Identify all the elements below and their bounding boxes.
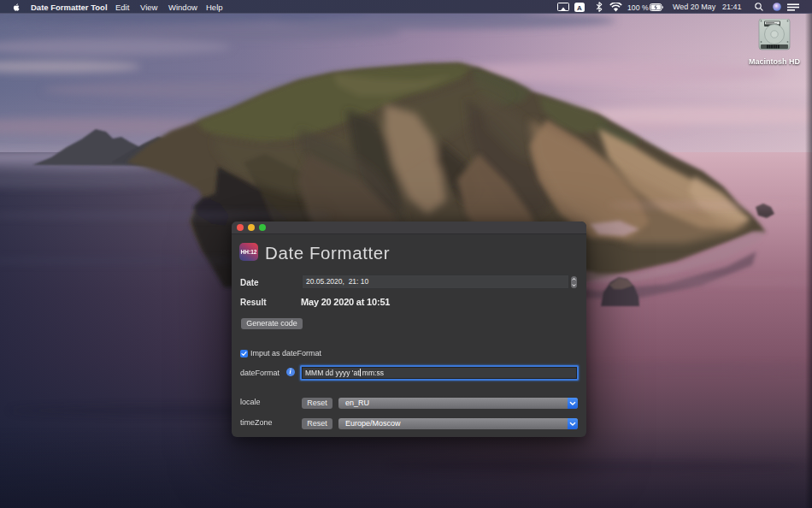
svg-text:A: A [577, 3, 582, 11]
